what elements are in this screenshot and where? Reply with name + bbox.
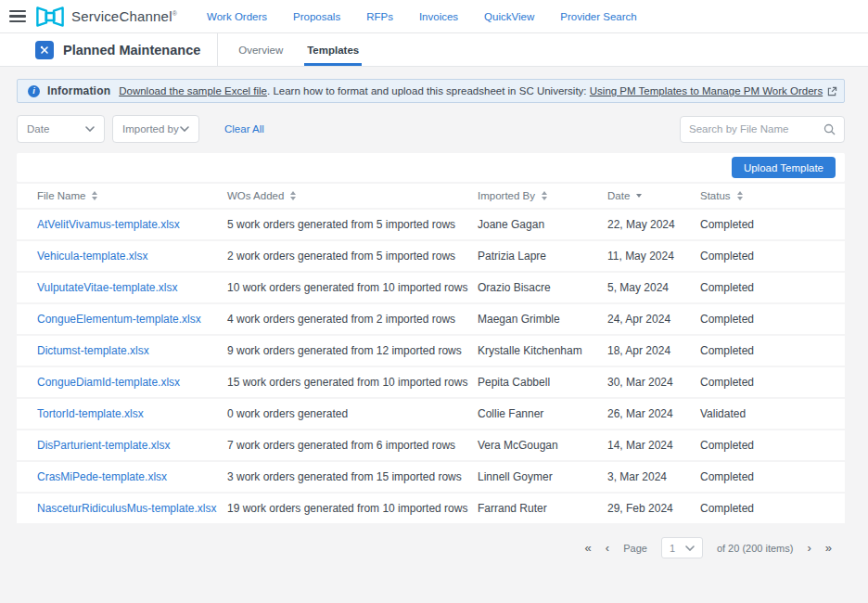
file-name-link[interactable]: CongueElementum-template.xlsx (37, 313, 227, 326)
nav-item-proposals[interactable]: Proposals (293, 11, 340, 22)
page-number-dropdown[interactable]: 1 (661, 537, 703, 558)
column-header-wos-added[interactable]: WOs Added (227, 190, 478, 201)
imported-by-cell: Collie Fanner (478, 407, 607, 420)
date-cell: 5, May 2024 (607, 281, 700, 294)
status-cell: Completed (700, 218, 824, 231)
table-row: CongueDiamId-template.xlsx 15 work order… (17, 367, 845, 397)
date-cell: 18, Apr 2024 (607, 344, 700, 357)
file-name-link[interactable]: Vehicula-template.xlsx (37, 250, 227, 263)
column-header-file-name[interactable]: File Name (37, 190, 227, 201)
file-name-link[interactable]: TortorId-template.xlsx (37, 407, 227, 420)
file-name-link[interactable]: CongueDiamId-template.xlsx (37, 376, 227, 389)
file-name-link[interactable]: VulputateVitae-template.xlsx (37, 281, 227, 294)
information-banner: i Information Download the sample Excel … (17, 79, 845, 103)
divider (217, 33, 218, 66)
next-page-icon[interactable]: › (807, 542, 811, 554)
table-row: AtVelitVivamus-template.xlsx 5 work orde… (17, 210, 845, 239)
table-row: Vehicula-template.xlsx 2 work orders gen… (17, 241, 845, 271)
file-name-link[interactable]: Dictumst-template.xlsx (37, 344, 227, 357)
tab-overview[interactable]: Overview (238, 33, 283, 66)
search-icon (823, 123, 836, 135)
page-label: Page (623, 543, 647, 554)
first-page-icon[interactable]: « (585, 542, 592, 554)
nav-item-work-orders[interactable]: Work Orders (207, 11, 267, 22)
wos-added-cell: 10 work orders generated from 10 importe… (227, 281, 478, 294)
imported-by-cell: Orazio Bisacre (478, 281, 607, 294)
column-header-date[interactable]: Date (607, 190, 700, 201)
wos-added-cell: 3 work orders generated from 15 imported… (227, 470, 478, 483)
page-title: Planned Maintenance (63, 43, 200, 58)
sort-icon (92, 191, 97, 200)
date-cell: 3, Mar 2024 (607, 470, 700, 483)
status-cell: Completed (700, 313, 824, 326)
file-name-link[interactable]: CrasMiPede-template.xlsx (37, 470, 227, 483)
tab-templates[interactable]: Templates (307, 33, 359, 66)
date-filter-label: Date (27, 123, 49, 135)
search-input[interactable] (689, 123, 823, 135)
search-box (680, 116, 845, 143)
imported-by-cell: Linnell Goymer (478, 470, 607, 483)
status-cell: Completed (700, 281, 824, 294)
nav-item-provider-search[interactable]: Provider Search (560, 11, 636, 22)
table-row: TortorId-template.xlsx 0 work orders gen… (17, 399, 845, 429)
wos-added-cell: 9 work orders generated from 12 imported… (227, 344, 478, 357)
external-link-icon (827, 86, 837, 96)
wos-added-cell: 5 work orders generated from 5 imported … (227, 218, 478, 231)
imported-by-cell: Patrizia Lapre (478, 250, 607, 263)
hamburger-menu-icon[interactable] (0, 0, 35, 33)
sort-desc-icon (636, 194, 642, 198)
pagination: « ‹ Page 1 of 20 (200 items) › » (0, 537, 832, 558)
last-page-icon[interactable]: » (825, 542, 832, 554)
nav-item-rfps[interactable]: RFPs (366, 11, 393, 22)
imported-by-cell: Krystalle Kitchenham (478, 344, 607, 357)
filter-bar: Date Imported by Clear All (17, 115, 845, 143)
imported-by-cell: Pepita Cabbell (478, 376, 607, 389)
wos-added-cell: 15 work orders generated from 10 importe… (227, 376, 478, 389)
page-range-text: of 20 (200 items) (717, 543, 794, 554)
imported-by-filter-label: Imported by (122, 123, 179, 135)
date-cell: 30, Mar 2024 (607, 376, 700, 389)
planned-maintenance-header-bar: Planned Maintenance Overview Templates (0, 33, 868, 67)
status-cell: Completed (700, 470, 824, 483)
status-cell: Completed (700, 344, 824, 357)
module-title-group: Planned Maintenance (35, 33, 217, 66)
download-sample-excel-link[interactable]: Download the sample Excel file (119, 85, 267, 96)
servicechannel-logo[interactable]: ServiceChannel® (35, 6, 177, 28)
chevron-down-icon (85, 126, 95, 132)
servicechannel-logo-icon (35, 6, 65, 28)
sc-university-link[interactable]: Using PM Templates to Manage PM Work Ord… (590, 85, 823, 96)
column-header-imported-by[interactable]: Imported By (478, 190, 607, 201)
banner-text: . Learn how to format and upload this sp… (267, 85, 590, 96)
nav-item-invoices[interactable]: Invoices (419, 11, 458, 22)
wos-added-cell: 7 work orders generated from 6 imported … (227, 439, 478, 452)
top-navigation-bar: ServiceChannel® Work Orders Proposals RF… (0, 0, 868, 33)
upload-template-button[interactable]: Upload Template (732, 157, 836, 178)
status-cell: Completed (700, 502, 824, 515)
chevron-down-icon (685, 545, 695, 551)
table-header-row: File Name WOs Added Imported By Date Sta… (17, 184, 845, 208)
sort-icon (290, 191, 296, 200)
file-name-link[interactable]: DisParturient-template.xlsx (37, 439, 227, 452)
sort-icon (542, 191, 547, 200)
wos-added-cell: 4 work orders generated from 2 imported … (227, 313, 478, 326)
table-row: CrasMiPede-template.xlsx 3 work orders g… (17, 462, 845, 492)
status-cell: Validated (700, 407, 824, 420)
imported-by-cell: Maegan Grimble (478, 313, 607, 326)
file-name-link[interactable]: AtVelitVivamus-template.xlsx (37, 218, 227, 231)
clear-all-link[interactable]: Clear All (224, 123, 264, 135)
date-cell: 14, Mar 2024 (607, 439, 700, 452)
table-row: CongueElementum-template.xlsx 4 work ord… (17, 304, 845, 334)
previous-page-icon[interactable]: ‹ (606, 542, 609, 554)
status-cell: Completed (700, 439, 824, 452)
imported-by-cell: Joane Gagan (478, 218, 607, 231)
imported-by-filter-dropdown[interactable]: Imported by (112, 115, 199, 143)
wos-added-cell: 19 work orders generated from 10 importe… (227, 502, 478, 515)
date-filter-dropdown[interactable]: Date (17, 115, 105, 143)
primary-nav-links: Work Orders Proposals RFPs Invoices Quic… (207, 11, 637, 22)
file-name-link[interactable]: NasceturRidiculusMus-template.xlsx (37, 502, 227, 515)
current-page-value: 1 (670, 543, 675, 554)
column-header-status[interactable]: Status (700, 190, 824, 201)
nav-item-quickview[interactable]: QuickView (484, 11, 534, 22)
date-cell: 22, May 2024 (607, 218, 700, 231)
date-cell: 24, Apr 2024 (607, 313, 700, 326)
